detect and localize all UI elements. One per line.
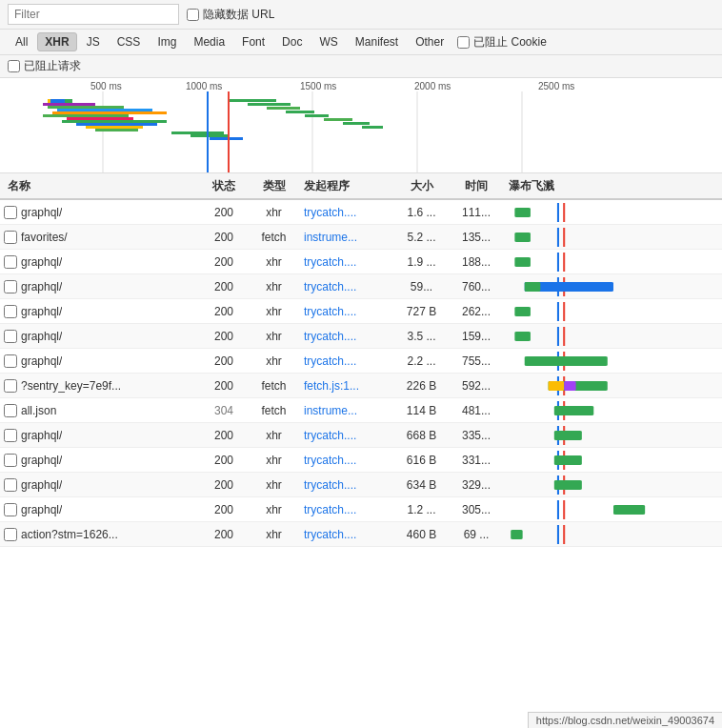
cell-waterfall xyxy=(505,497,722,521)
cell-name: graphql/ xyxy=(0,305,200,318)
cell-type: fetch xyxy=(248,404,300,417)
blocked-cookie-label[interactable]: 已阻止 Cookie xyxy=(457,34,547,51)
cell-time: 135... xyxy=(448,231,505,244)
row-checkbox[interactable] xyxy=(4,354,17,368)
header-initiator[interactable]: 发起程序 xyxy=(300,178,395,194)
row-name-text: favorites/ xyxy=(21,231,68,244)
tab-other[interactable]: Other xyxy=(408,32,451,51)
cell-initiator[interactable]: trycatch.... xyxy=(300,255,395,269)
hide-data-url-label[interactable]: 隐藏数据 URL xyxy=(187,7,274,23)
row-checkbox[interactable] xyxy=(4,429,17,442)
cell-size: 460 B xyxy=(395,528,448,541)
row-checkbox[interactable] xyxy=(4,454,17,467)
tab-doc[interactable]: Doc xyxy=(274,32,310,51)
cell-name: graphql/ xyxy=(0,280,200,293)
cell-initiator[interactable]: instrume... xyxy=(300,404,395,417)
tab-all[interactable]: All xyxy=(8,32,35,51)
header-waterfall[interactable]: 瀑布飞溅 xyxy=(505,178,722,194)
tab-media[interactable]: Media xyxy=(186,32,232,51)
tab-xhr[interactable]: XHR xyxy=(37,32,76,51)
header-time[interactable]: 时间 xyxy=(448,178,505,194)
tab-manifest[interactable]: Manifest xyxy=(348,32,406,51)
table-row[interactable]: graphql/ 200 xhr trycatch.... 59... 760.… xyxy=(0,274,722,299)
blocked-request-checkbox[interactable] xyxy=(8,60,20,72)
cell-size: 727 B xyxy=(395,305,448,318)
tab-js[interactable]: JS xyxy=(79,32,108,51)
tab-img[interactable]: Img xyxy=(150,32,184,51)
svg-rect-19 xyxy=(62,120,167,123)
tab-css[interactable]: CSS xyxy=(110,32,149,51)
cell-initiator[interactable]: trycatch.... xyxy=(300,503,395,516)
cell-time: 755... xyxy=(448,354,505,368)
cell-type: fetch xyxy=(248,231,300,244)
row-checkbox[interactable] xyxy=(4,280,17,293)
table-row[interactable]: graphql/ 200 xhr trycatch.... 1.2 ... 30… xyxy=(0,497,722,522)
cell-initiator[interactable]: trycatch.... xyxy=(300,330,395,343)
cell-type: xhr xyxy=(248,478,300,492)
cell-size: 1.6 ... xyxy=(395,206,448,219)
row-checkbox[interactable] xyxy=(4,528,17,541)
table-row[interactable]: all.json 304 fetch instrume... 114 B 481… xyxy=(0,398,722,423)
cell-initiator[interactable]: trycatch.... xyxy=(300,454,395,467)
cell-time: 335... xyxy=(448,429,505,442)
table-row[interactable]: graphql/ 200 xhr trycatch.... 1.9 ... 18… xyxy=(0,250,722,274)
tab-ws[interactable]: WS xyxy=(311,32,345,51)
cell-initiator[interactable]: trycatch.... xyxy=(300,305,395,318)
header-status[interactable]: 状态 xyxy=(200,178,248,194)
cell-type: fetch xyxy=(248,379,300,393)
cell-initiator[interactable]: trycatch.... xyxy=(300,354,395,368)
cell-name: graphql/ xyxy=(0,354,200,368)
cell-waterfall xyxy=(505,274,722,298)
svg-rect-80 xyxy=(511,530,522,539)
cell-initiator[interactable]: trycatch.... xyxy=(300,528,395,541)
row-checkbox[interactable] xyxy=(4,330,17,343)
table-row[interactable]: graphql/ 200 xhr trycatch.... 668 B 335.… xyxy=(0,423,722,448)
waterfall-overview-svg: 500 ms 1000 ms 1500 ms 2000 ms 2500 ms xyxy=(0,78,722,173)
tab-font[interactable]: Font xyxy=(234,32,272,51)
cell-waterfall xyxy=(505,423,722,447)
cell-initiator[interactable]: trycatch.... xyxy=(300,478,395,492)
svg-rect-61 xyxy=(549,381,565,391)
table-row[interactable]: graphql/ 200 xhr trycatch.... 3.5 ... 15… xyxy=(0,324,722,349)
table-row[interactable]: graphql/ 200 xhr trycatch.... 616 B 331.… xyxy=(0,448,722,473)
header-name[interactable]: 名称 xyxy=(0,178,200,194)
cell-initiator[interactable]: instrume... xyxy=(300,231,395,244)
row-checkbox[interactable] xyxy=(4,404,17,417)
row-checkbox[interactable] xyxy=(4,206,17,219)
svg-rect-31 xyxy=(324,118,352,121)
blocked-request-label[interactable]: 已阻止请求 xyxy=(8,58,81,74)
hide-data-url-checkbox[interactable] xyxy=(187,9,199,21)
cell-name: graphql/ xyxy=(0,503,200,516)
cell-size: 2.2 ... xyxy=(395,354,448,368)
header-size[interactable]: 大小 xyxy=(395,178,448,194)
cell-status: 200 xyxy=(200,330,248,343)
header-type[interactable]: 类型 xyxy=(248,178,300,194)
table-row[interactable]: favorites/ 200 fetch instrume... 5.2 ...… xyxy=(0,225,722,250)
blocked-cookie-checkbox[interactable] xyxy=(457,36,470,49)
row-checkbox[interactable] xyxy=(4,379,17,393)
row-checkbox[interactable] xyxy=(4,478,17,492)
cell-initiator[interactable]: fetch.js:1... xyxy=(300,379,395,393)
waterfall-overview-area: 500 ms 1000 ms 1500 ms 2000 ms 2500 ms xyxy=(0,78,722,173)
table-row[interactable]: graphql/ 200 xhr trycatch.... 2.2 ... 75… xyxy=(0,349,722,374)
table-row[interactable]: graphql/ 200 xhr trycatch.... 727 B 262.… xyxy=(0,299,722,324)
cell-type: xhr xyxy=(248,330,300,343)
cell-status: 200 xyxy=(200,503,248,516)
table-row[interactable]: graphql/ 200 xhr trycatch.... 634 B 329.… xyxy=(0,473,722,497)
svg-rect-71 xyxy=(554,455,582,465)
table-row[interactable]: action?stm=1626... 200 xhr trycatch.... … xyxy=(0,522,722,547)
cell-initiator[interactable]: trycatch.... xyxy=(300,280,395,293)
table-row[interactable]: ?sentry_key=7e9f... 200 fetch fetch.js:1… xyxy=(0,374,722,398)
cell-initiator[interactable]: trycatch.... xyxy=(300,206,395,219)
filter-input[interactable] xyxy=(8,4,179,25)
row-checkbox[interactable] xyxy=(4,255,17,269)
row-checkbox[interactable] xyxy=(4,231,17,244)
row-checkbox[interactable] xyxy=(4,305,17,318)
table-row[interactable]: graphql/ 200 xhr trycatch.... 1.6 ... 11… xyxy=(0,200,722,225)
svg-rect-23 xyxy=(171,131,224,134)
row-checkbox[interactable] xyxy=(4,503,17,516)
cell-status: 304 xyxy=(200,404,248,417)
row-name-text: graphql/ xyxy=(21,429,62,442)
cell-time: 111... xyxy=(448,206,505,219)
cell-initiator[interactable]: trycatch.... xyxy=(300,429,395,442)
